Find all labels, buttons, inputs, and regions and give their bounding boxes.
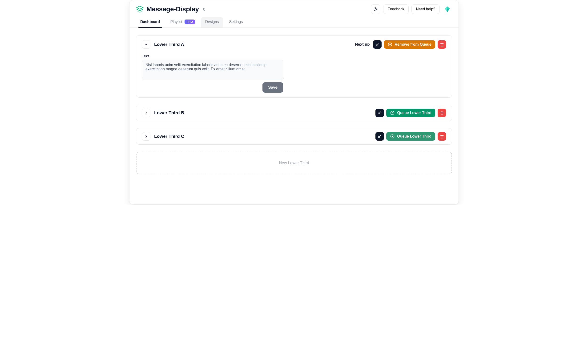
brand-icon	[136, 5, 144, 13]
lower-third-card: Lower Third C	[136, 128, 452, 145]
delete-button[interactable]	[438, 109, 446, 117]
card-title: Lower Third B	[154, 110, 184, 116]
button-label: Remove from Queue	[395, 42, 431, 46]
queue-button[interactable]: Queue Lower Third	[386, 109, 435, 117]
tabs: Dashboard Playlist PRO Designs Settings	[129, 14, 459, 28]
tab-dashboard[interactable]: Dashboard	[136, 17, 164, 27]
brand-title: Message-Display	[147, 5, 199, 13]
card-title: Lower Third A	[154, 42, 184, 47]
svg-line-4	[377, 10, 377, 11]
workspace-switcher[interactable]	[202, 6, 207, 12]
card-body: Text Save	[142, 54, 283, 93]
save-button[interactable]: Save	[262, 82, 283, 93]
chevron-right-icon	[144, 135, 148, 138]
lower-third-card: Lower Third A Next up	[136, 35, 452, 98]
text-input[interactable]	[142, 60, 283, 80]
pause-circle-icon	[388, 42, 392, 47]
card-actions: Queue Lower Third	[375, 109, 446, 117]
theme-toggle[interactable]	[371, 5, 380, 14]
remove-from-queue-button[interactable]: Remove from Queue	[384, 40, 435, 49]
new-lower-third-button[interactable]: New Lower Third	[136, 152, 452, 174]
pro-badge: PRO	[185, 20, 195, 24]
new-lower-third-label: New Lower Third	[279, 161, 309, 165]
svg-line-3	[374, 8, 374, 8]
svg-line-25	[380, 136, 381, 136]
brand: Message-Display	[136, 5, 207, 13]
text-field-label: Text	[142, 54, 283, 58]
key-button[interactable]	[375, 132, 384, 141]
collapse-toggle[interactable]	[142, 40, 150, 49]
svg-point-15	[388, 43, 392, 46]
key-icon	[378, 134, 382, 138]
svg-line-20	[380, 112, 381, 112]
card-header: Lower Third B	[142, 109, 446, 117]
key-icon	[375, 42, 380, 46]
key-button[interactable]	[375, 109, 384, 117]
app-frame: Message-Display Feedba	[129, 0, 459, 205]
tab-settings[interactable]: Settings	[225, 17, 247, 27]
avatar[interactable]	[442, 5, 452, 14]
card-header: Lower Third A Next up	[142, 40, 446, 49]
key-icon	[378, 111, 382, 115]
card-actions: Queue Lower Third	[375, 132, 446, 141]
tab-label: Playlist	[170, 20, 182, 24]
trash-icon	[440, 111, 444, 115]
delete-button[interactable]	[438, 40, 446, 49]
tab-label: Designs	[205, 20, 219, 24]
tab-designs[interactable]: Designs	[201, 17, 223, 27]
card-actions: Next up R	[355, 40, 446, 49]
queue-status: Next up	[355, 42, 370, 47]
trash-icon	[440, 43, 444, 46]
svg-line-7	[374, 10, 374, 11]
svg-line-8	[377, 8, 377, 8]
sun-icon	[373, 7, 378, 12]
button-label: Queue Lower Third	[397, 134, 431, 138]
card-header: Lower Third C	[142, 132, 446, 141]
lower-third-card: Lower Third B	[136, 105, 452, 121]
save-row: Save	[142, 82, 283, 93]
chevron-right-icon	[144, 111, 148, 115]
button-label: Queue Lower Third	[397, 111, 431, 115]
key-button[interactable]	[373, 40, 381, 49]
chevron-down-icon	[144, 43, 148, 46]
avatar-gem-icon	[443, 5, 451, 13]
collapse-toggle[interactable]	[142, 109, 150, 117]
tab-label: Dashboard	[140, 20, 160, 24]
queue-button[interactable]: Queue Lower Third	[386, 132, 435, 141]
main-content: Lower Third A Next up	[129, 28, 459, 204]
header: Message-Display Feedba	[129, 0, 459, 14]
play-circle-icon	[390, 134, 395, 139]
header-right: Feedback Need help?	[371, 5, 452, 14]
card-title: Lower Third C	[154, 134, 184, 139]
svg-marker-27	[392, 136, 393, 137]
trash-icon	[440, 135, 444, 138]
play-circle-icon	[390, 110, 395, 115]
help-button[interactable]: Need help?	[411, 5, 440, 14]
feedback-button[interactable]: Feedback	[383, 5, 409, 14]
svg-point-0	[375, 8, 377, 10]
svg-marker-22	[392, 112, 393, 114]
tab-label: Settings	[229, 20, 243, 24]
collapse-toggle[interactable]	[142, 132, 150, 141]
delete-button[interactable]	[438, 132, 446, 141]
svg-line-14	[378, 44, 379, 44]
tab-playlist[interactable]: Playlist PRO	[166, 17, 199, 27]
